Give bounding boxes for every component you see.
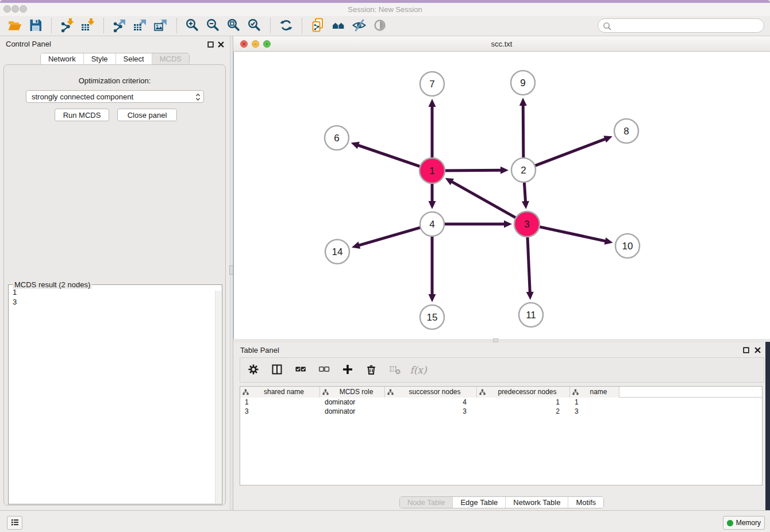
panel-divider-grip[interactable] bbox=[229, 265, 233, 275]
cell-name[interactable]: 1 bbox=[570, 398, 619, 407]
cell-MCDS-role[interactable]: dominator bbox=[320, 407, 385, 416]
search-input[interactable] bbox=[614, 20, 758, 31]
zoom-out-button[interactable] bbox=[203, 17, 224, 34]
mcds-panel: Optimization criterion: strongly connect… bbox=[3, 64, 226, 506]
add-column-button[interactable] bbox=[341, 363, 355, 377]
mcds-result-list[interactable]: 13 bbox=[10, 287, 214, 503]
graph-edge-arrowhead-2-8 bbox=[603, 136, 612, 142]
tab-network[interactable]: Network bbox=[41, 53, 84, 64]
mcds-result-node: 1 bbox=[13, 287, 214, 297]
desktop-background-strip bbox=[765, 342, 770, 532]
graph-edge-arrowhead-1-6 bbox=[351, 142, 360, 149]
split-panel-button[interactable] bbox=[270, 363, 284, 377]
criterion-dropdown[interactable]: strongly connected component bbox=[26, 90, 204, 103]
close-table-panel-icon[interactable] bbox=[754, 346, 762, 354]
zoom-selected-button[interactable] bbox=[244, 17, 265, 34]
select-all-columns-button[interactable] bbox=[294, 363, 307, 377]
refresh-view-button[interactable] bbox=[276, 17, 297, 34]
cell-shared-name[interactable]: 3 bbox=[240, 407, 320, 416]
status-bar: Memory bbox=[0, 510, 770, 532]
function-icon: f(x) bbox=[410, 364, 426, 376]
tab-style[interactable]: Style bbox=[84, 53, 116, 64]
float-table-panel-icon[interactable] bbox=[742, 346, 750, 354]
unselect-all-columns-button[interactable] bbox=[317, 363, 331, 377]
column-header-MCDS-role[interactable]: MCDS role bbox=[320, 387, 385, 398]
horizontal-divider-grip[interactable] bbox=[493, 338, 498, 342]
graph-node-label-14: 14 bbox=[332, 246, 343, 257]
graph-edge-1-2[interactable] bbox=[442, 170, 502, 171]
table-toolbar: f(x) bbox=[240, 357, 764, 383]
tab-select[interactable]: Select bbox=[116, 53, 152, 64]
toolbar-separator bbox=[176, 18, 177, 33]
column-header-label: successor nodes bbox=[393, 388, 476, 396]
cell-name[interactable]: 3 bbox=[570, 407, 619, 416]
control-panel: Control Panel NetworkStyleSelectMCDS Opt… bbox=[0, 36, 230, 510]
mcds-result-node: 3 bbox=[13, 297, 214, 307]
graph-edge-4-14[interactable] bbox=[358, 227, 422, 246]
network-window-titlebar: ✕ − + scc.txt bbox=[233, 36, 770, 52]
tab-motifs[interactable]: Motifs bbox=[568, 497, 603, 508]
tab-network-table[interactable]: Network Table bbox=[506, 497, 568, 508]
save-session-button[interactable] bbox=[25, 17, 46, 34]
column-header-name[interactable]: name bbox=[570, 387, 619, 398]
export-network-button[interactable] bbox=[109, 17, 130, 34]
application-window: Session: New Session Control Panel Netwo… bbox=[0, 0, 770, 532]
tab-edge-table[interactable]: Edge Table bbox=[453, 497, 506, 508]
float-panel-icon[interactable] bbox=[207, 40, 215, 48]
graph-node-label-3: 3 bbox=[524, 219, 529, 230]
tab-mcds[interactable]: MCDS bbox=[152, 53, 189, 64]
import-network-icon bbox=[60, 18, 75, 34]
cell-MCDS-role[interactable]: dominator bbox=[320, 398, 385, 407]
graph-edge-3-11[interactable] bbox=[528, 234, 530, 294]
graph-edge-arrowhead-3-10 bbox=[605, 237, 613, 245]
cell-predecessor-nodes[interactable]: 1 bbox=[477, 398, 570, 407]
optimization-criterion-label: Optimization criterion: bbox=[4, 76, 225, 85]
graph-edge-2-8[interactable] bbox=[533, 138, 607, 166]
graph-node-label-2: 2 bbox=[521, 165, 526, 176]
import-network-button[interactable] bbox=[57, 17, 78, 34]
run-mcds-button[interactable]: Run MCDS bbox=[55, 109, 109, 121]
table-row[interactable]: 1dominator411 bbox=[240, 398, 762, 407]
graph-edge-1-6[interactable] bbox=[357, 145, 422, 167]
graph-edge-arrowhead-4-15 bbox=[429, 294, 436, 302]
control-panel-title: Control Panel bbox=[6, 40, 51, 48]
first-neighbors-button[interactable] bbox=[328, 17, 349, 34]
cell-successor-nodes[interactable]: 3 bbox=[385, 407, 477, 416]
hide-selected-button[interactable] bbox=[349, 17, 369, 34]
close-panel-button[interactable]: Close panel bbox=[117, 109, 177, 121]
clone-network-button[interactable] bbox=[307, 17, 328, 34]
result-scrollbar[interactable] bbox=[215, 291, 221, 503]
close-panel-icon[interactable] bbox=[217, 40, 225, 48]
tab-node-table[interactable]: Node Table bbox=[400, 497, 453, 508]
graph-edge-3-1[interactable] bbox=[451, 181, 518, 219]
graph-node-label-6: 6 bbox=[334, 133, 339, 144]
column-header-shared-name[interactable]: shared name bbox=[240, 387, 320, 398]
column-header-predecessor-nodes[interactable]: predecessor nodes bbox=[477, 387, 570, 398]
table-settings-icon bbox=[248, 364, 259, 377]
table-settings-button[interactable] bbox=[247, 363, 260, 377]
zoom-in-button[interactable] bbox=[182, 17, 203, 34]
table-row[interactable]: 3dominator323 bbox=[240, 407, 762, 416]
open-file-button[interactable] bbox=[5, 17, 25, 34]
column-header-successor-nodes[interactable]: successor nodes bbox=[385, 387, 477, 398]
graph-edge-2-3[interactable] bbox=[524, 180, 525, 203]
zoom-fit-button[interactable] bbox=[224, 17, 244, 34]
cell-shared-name[interactable]: 1 bbox=[240, 398, 320, 407]
memory-button[interactable]: Memory bbox=[723, 516, 765, 530]
delete-column-icon bbox=[365, 364, 377, 377]
import-table-icon bbox=[80, 18, 95, 34]
delete-column-button[interactable] bbox=[364, 363, 378, 377]
graph-edge-2-9[interactable] bbox=[523, 104, 523, 160]
cell-predecessor-nodes[interactable]: 2 bbox=[477, 407, 570, 416]
export-image-button[interactable] bbox=[151, 17, 171, 34]
graph-edge-3-10[interactable] bbox=[537, 226, 607, 241]
import-table-button[interactable] bbox=[78, 17, 98, 34]
first-neighbors-icon bbox=[331, 18, 346, 34]
task-history-button[interactable] bbox=[7, 516, 22, 530]
cell-successor-nodes[interactable]: 4 bbox=[385, 398, 477, 407]
network-canvas[interactable]: 7968124314101511 bbox=[233, 52, 770, 339]
graph-node-label-1: 1 bbox=[429, 165, 434, 176]
export-table-button[interactable] bbox=[130, 17, 151, 34]
toolbar-separator bbox=[302, 18, 302, 33]
table-header-row: shared nameMCDS rolesuccessor nodesprede… bbox=[240, 387, 762, 398]
